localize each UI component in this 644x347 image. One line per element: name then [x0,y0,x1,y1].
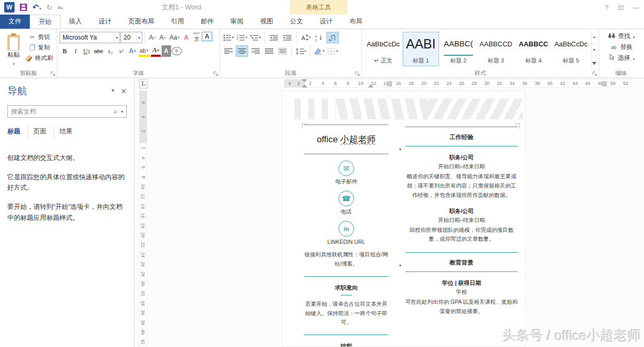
format-painter-button[interactable]: 格式刷 [25,54,54,63]
redo-icon[interactable]: ↻ [46,3,53,11]
nav-tab-pages[interactable]: 页面 [33,125,54,139]
replace-button[interactable]: ab 替换 [601,42,641,53]
work-entry[interactable]: 职务/公司 开始日期–结束日期 回想你所带领团队的规模，你完成的项目数量，或你写… [405,207,518,244]
bullets-button[interactable] [222,32,235,43]
bold-button[interactable]: B [59,45,70,57]
skills-title[interactable]: 技能 [303,342,390,347]
strikethrough-button[interactable]: abc [92,45,105,57]
highlight-color-button[interactable]: ab [138,45,150,57]
borders-button[interactable] [326,45,339,57]
tab-review[interactable]: 审阅 [222,15,252,29]
cell-indent-marker[interactable] [368,84,373,88]
table-column-marker[interactable] [602,81,607,86]
cut-button[interactable]: ✂ 剪切 [25,33,54,42]
tab-selector[interactable]: L [139,79,148,89]
objective-text[interactable]: 若要开始，请单击占位符文本并开始键入。保持简洁：一两个句子即可。 [303,300,390,328]
styles-dialog-launcher[interactable] [592,71,598,77]
minimize-icon[interactable]: — [633,4,640,11]
grow-font-button[interactable]: A [147,32,157,43]
show-hide-marks-button[interactable] [326,32,339,43]
copy-button[interactable]: 复制 [25,43,54,52]
font-color-button[interactable]: A [151,45,161,57]
styles-more-button[interactable]: ▬▼ [592,56,597,69]
underline-button[interactable]: U [81,45,92,57]
decrease-indent-button[interactable] [268,32,280,43]
paste-dropdown[interactable] [13,59,15,67]
align-left-button[interactable] [222,45,235,57]
contact-item[interactable]: 电子邮件 [303,160,390,185]
phonetic-guide-button[interactable]: 文 [191,32,202,43]
contact-note[interactable]: 链接到其他联机属性：项目组合/网站/博客。 [303,250,390,269]
tab-insert[interactable]: 插入 [60,15,90,29]
tab-mailings[interactable]: 邮件 [192,15,222,29]
subscript-button[interactable]: x₂ [105,45,116,57]
enclose-characters-button[interactable]: 字 [172,47,182,55]
shrink-font-button[interactable]: A [157,32,168,43]
education-entry[interactable]: 学位 | 获得日期 学校 可在此处列出你的 GPA 以及相关课程、奖励和荣誉的简… [405,279,518,316]
font-dialog-launcher[interactable] [213,71,218,77]
character-border-button[interactable]: A [202,32,212,41]
customize-qat-icon[interactable]: ≡ [58,5,62,10]
tab-file[interactable]: 文件 [0,15,30,29]
numbering-button[interactable]: 12 [236,32,248,43]
clear-formatting-button[interactable]: A [181,32,191,43]
objective-title[interactable]: 求职意向 [303,284,390,292]
tab-table-layout[interactable]: 布局 [341,15,371,29]
hanging-indent-marker[interactable] [302,84,307,88]
clipboard-dialog-launcher[interactable] [51,71,56,77]
nav-pane-close-icon[interactable]: ✕ [120,87,127,95]
resume-right-column[interactable]: 工作经验 职务/公司 开始日期–结束日期 概述你的关键职责、领导能力体现和最主要… [405,125,518,347]
word-logo-icon[interactable]: W [4,2,15,13]
nav-tab-headings[interactable]: 标题 [7,125,28,139]
nav-pane-dropdown-icon[interactable]: ▾ [112,87,115,95]
line-spacing-button[interactable] [295,45,307,57]
search-dropdown-icon[interactable]: ▾ [119,109,126,114]
tab-page-layout[interactable]: 页面布局 [120,15,163,29]
font-name-combo[interactable]: Microsoft Ya ▾ [59,32,120,43]
tab-home[interactable]: 开始 [30,15,60,29]
font-name-dropdown-icon[interactable]: ▾ [114,32,119,43]
paste-button[interactable]: 粘贴 [2,31,25,68]
help-icon[interactable]: ? [605,4,609,11]
document-page[interactable]: office 小超老师 电子邮件 电话 LINKEDIN URL 链接到其他联机… [282,91,526,347]
undo-icon[interactable]: ↶ [32,3,41,12]
save-icon[interactable] [20,4,27,11]
select-button[interactable]: 选择 [601,53,641,64]
style-item[interactable]: AABBCCD 标题 3 [478,32,514,66]
italic-button[interactable]: I [70,45,81,57]
resume-name[interactable]: office 小超老师 [303,133,390,145]
change-case-button[interactable]: Aa [168,32,181,43]
find-button[interactable]: 查找 [601,31,641,42]
ribbon-display-options-icon[interactable]: ⊡ [618,4,624,11]
tab-references[interactable]: 引用 [163,15,192,29]
increase-indent-button[interactable] [281,32,294,43]
first-line-indent-marker[interactable] [302,79,307,82]
font-size-dropdown-icon[interactable]: ▾ [136,32,142,43]
sort-button[interactable]: AZ [313,32,325,43]
contact-item[interactable]: LINKEDIN URL [303,221,390,245]
superscript-button[interactable]: x² [116,45,127,57]
search-input[interactable] [8,108,112,115]
font-size-combo[interactable]: 20 ▾ [120,32,142,43]
work-section-header[interactable]: 工作经验 [405,127,518,146]
vertical-ruler[interactable]: 642 246810121416182022242628303234363840… [139,91,147,347]
horizontal-ruler[interactable]: 42 2468101214161820222426283032343638404… [284,79,632,88]
contact-item[interactable]: 电话 [303,191,390,216]
text-effects-button[interactable]: A [127,45,138,57]
multilevel-list-button[interactable] [249,32,262,43]
justify-button[interactable] [263,45,275,57]
style-item[interactable]: AABI 标题 1 [403,32,439,66]
paragraph-dialog-launcher[interactable] [355,71,360,77]
asian-layout-button[interactable]: A [299,32,312,43]
style-item[interactable]: AaBbCcDc 标题 5 [553,32,589,66]
style-item[interactable]: AABBC( 标题 2 [440,32,477,66]
distribute-button[interactable] [276,45,289,57]
shading-button[interactable] [313,45,325,57]
table-column-marker[interactable] [387,81,392,86]
style-item[interactable]: AABBCC 标题 4 [515,32,552,66]
align-right-button[interactable] [249,45,262,57]
align-center-button[interactable] [236,45,248,57]
tab-design[interactable]: 设计 [90,15,120,29]
resume-left-column[interactable]: office 小超老师 电子邮件 电话 LINKEDIN URL 链接到其他联机… [303,125,390,347]
education-section-header[interactable]: 教育背景 [405,252,518,272]
